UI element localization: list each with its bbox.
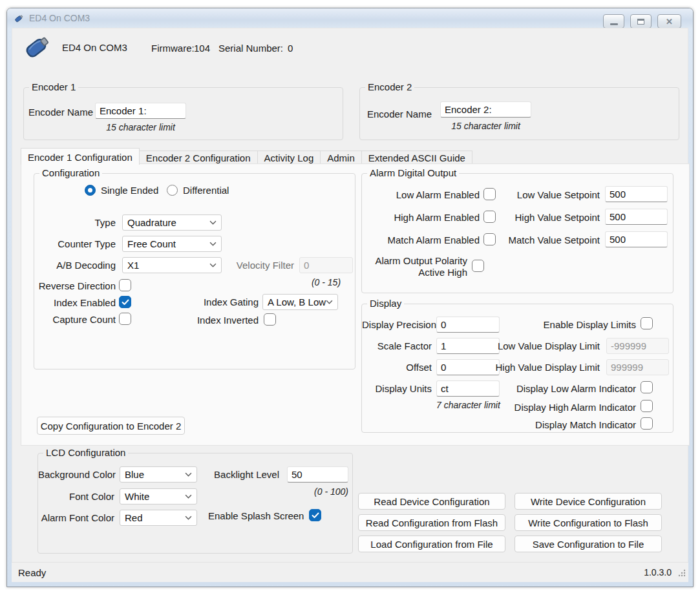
low-value-setpoint-input[interactable]: [605, 186, 668, 202]
counter-type-value: Free Count: [127, 238, 176, 249]
display-precision-input[interactable]: [436, 317, 500, 333]
low-alarm-enabled-label: Low Alarm Enabled: [362, 189, 480, 200]
display-units-note: 7 character limit: [436, 400, 500, 410]
chevron-down-icon: [209, 220, 217, 225]
type-combobox[interactable]: Quadrature: [122, 214, 222, 231]
chevron-down-icon: [326, 300, 333, 304]
display-group: Display Display Precision Scale Factor O…: [361, 304, 673, 433]
tab-encoder2-configuration[interactable]: Encoder 2 Configuration: [139, 151, 258, 164]
encoder2-group-title: Encoder 2: [365, 81, 414, 92]
encoder1-name-input[interactable]: [95, 103, 186, 119]
lcd-group-title: LCD Configuration: [43, 447, 128, 458]
read-device-configuration-button[interactable]: Read Device Configuration: [358, 493, 505, 510]
maximize-icon: [637, 19, 644, 25]
titlebar[interactable]: ED4 On COM3 ✕: [7, 8, 693, 28]
configuration-group-title: Configuration: [39, 167, 102, 178]
match-alarm-enabled-checkbox[interactable]: [483, 233, 496, 245]
high-value-setpoint-input[interactable]: [605, 209, 668, 225]
close-icon: ✕: [666, 17, 673, 26]
counter-type-combobox[interactable]: Free Count: [122, 236, 222, 252]
tab-admin[interactable]: Admin: [320, 151, 362, 164]
display-high-alarm-indicator-checkbox[interactable]: [641, 400, 653, 412]
alarm-output-polarity-label-line2: Active High: [362, 267, 467, 278]
window-controls: ✕: [603, 14, 681, 28]
counter-type-label: Counter Type: [34, 238, 116, 249]
match-alarm-enabled-label: Match Alarm Enabled: [362, 234, 480, 245]
low-value-display-limit-label: Low Value Display Limit: [459, 340, 600, 351]
offset-label: Offset: [362, 362, 432, 373]
encoder1-configuration-page: Configuration Single Ended Differential …: [21, 163, 690, 446]
tab-activity-log[interactable]: Activity Log: [257, 151, 321, 164]
tab-strip: Encoder 1 Configuration Encoder 2 Config…: [21, 147, 472, 164]
alarm-font-color-combobox[interactable]: Red: [120, 510, 197, 526]
minimize-button[interactable]: [603, 14, 624, 28]
close-button[interactable]: ✕: [657, 14, 681, 28]
type-value: Quadrature: [127, 217, 176, 228]
enable-display-limits-label: Enable Display Limits: [491, 319, 636, 330]
alarm-output-polarity-checkbox[interactable]: [472, 260, 484, 272]
maximize-button[interactable]: [630, 14, 652, 28]
display-match-indicator-label: Display Match Indicator: [491, 419, 636, 430]
display-units-input[interactable]: [436, 380, 500, 397]
enable-splash-screen-checkbox[interactable]: [309, 509, 321, 521]
radio-dot-icon: [88, 188, 92, 192]
reverse-direction-checkbox[interactable]: [119, 279, 131, 291]
ab-decoding-value: X1: [127, 260, 139, 271]
high-alarm-enabled-checkbox[interactable]: [483, 211, 496, 223]
index-gating-combobox[interactable]: A Low, B Low: [262, 294, 338, 310]
high-value-display-limit-input: [606, 359, 669, 375]
write-device-configuration-button[interactable]: Write Device Configuration: [514, 493, 662, 510]
chevron-down-icon: [185, 494, 192, 499]
encoder2-name-label: Encoder Name: [367, 109, 432, 120]
index-enabled-label: Index Enabled: [34, 297, 116, 308]
lcd-configuration-group: LCD Configuration Background Color Blue …: [37, 453, 353, 554]
firmware-value: 104: [194, 43, 210, 54]
encoder2-name-input[interactable]: [440, 101, 531, 118]
tab-encoder1-configuration[interactable]: Encoder 1 Configuration: [21, 148, 140, 165]
encoder1-name-label: Encoder Name: [28, 107, 93, 118]
copy-configuration-button[interactable]: Copy Configuration to Encoder 2: [37, 417, 185, 435]
display-precision-label: Display Precision: [362, 319, 432, 330]
read-configuration-from-flash-button[interactable]: Read Configuration from Flash: [358, 514, 505, 531]
ab-decoding-label: A/B Decoding: [34, 260, 116, 271]
resize-grip[interactable]: [678, 568, 686, 579]
match-value-setpoint-input[interactable]: [605, 231, 668, 247]
save-configuration-to-file-button[interactable]: Save Configuration to File: [514, 536, 662, 552]
backlight-level-input[interactable]: [287, 466, 348, 483]
font-color-combobox[interactable]: White: [120, 488, 197, 505]
type-label: Type: [34, 217, 116, 228]
index-gating-label: Index Gating: [194, 296, 259, 307]
velocity-filter-range-note: (0 - 15): [299, 277, 353, 287]
low-alarm-enabled-checkbox[interactable]: [483, 188, 496, 200]
display-match-indicator-checkbox[interactable]: [641, 417, 653, 430]
chevron-down-icon: [209, 242, 217, 246]
backlight-level-label: Backlight Level: [208, 469, 279, 480]
single-ended-radio[interactable]: [85, 185, 96, 196]
app-window-icon: [14, 14, 25, 23]
enable-splash-screen-label: Enable Splash Screen: [208, 510, 304, 521]
font-color-value: White: [125, 491, 149, 502]
write-configuration-to-flash-button[interactable]: Write Configuration to Flash: [514, 514, 662, 531]
background-color-value: Blue: [125, 469, 144, 480]
match-value-setpoint-label: Match Value Setpoint: [495, 234, 600, 245]
display-units-label: Display Units: [362, 383, 432, 394]
index-enabled-checkbox[interactable]: [119, 296, 131, 308]
index-inverted-checkbox[interactable]: [264, 313, 276, 326]
load-configuration-from-file-button[interactable]: Load Configuration from File: [358, 536, 505, 552]
capture-count-checkbox[interactable]: [119, 313, 131, 325]
chevron-down-icon: [185, 472, 192, 477]
enable-display-limits-checkbox[interactable]: [641, 317, 653, 329]
alarm-output-polarity-label-line1: Alarm Output Polarity: [362, 255, 467, 267]
serial-number-value: 0: [288, 43, 293, 54]
tab-extended-ascii-guide[interactable]: Extended ASCII Guide: [361, 151, 472, 164]
background-color-combobox[interactable]: Blue: [120, 466, 197, 483]
display-low-alarm-indicator-checkbox[interactable]: [641, 381, 653, 393]
index-gating-value: A Low, B Low: [268, 296, 326, 307]
low-value-setpoint-label: Low Value Setpoint: [495, 189, 600, 200]
check-icon: [312, 512, 319, 519]
scale-factor-label: Scale Factor: [362, 340, 432, 351]
ab-decoding-combobox[interactable]: X1: [122, 257, 222, 273]
differential-radio[interactable]: [167, 185, 178, 196]
encoder1-group-title: Encoder 1: [29, 81, 78, 92]
reverse-direction-label: Reverse Direction: [34, 280, 116, 291]
